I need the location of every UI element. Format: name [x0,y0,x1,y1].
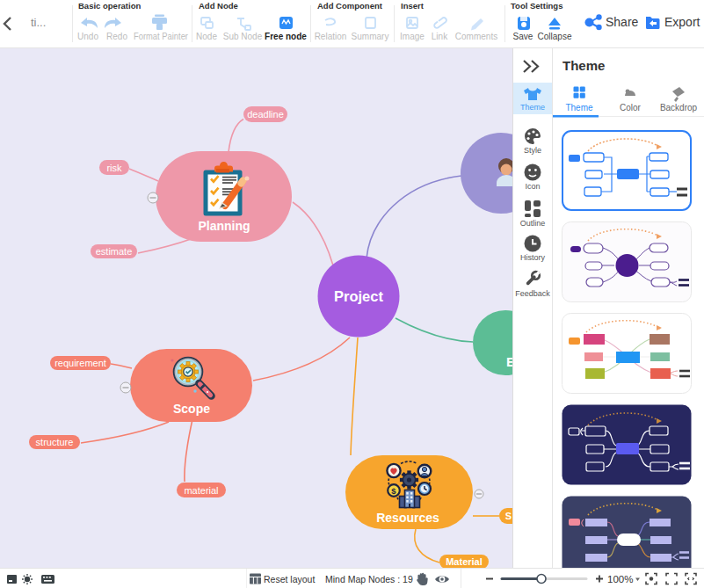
svg-text:$: $ [391,486,396,496]
svg-text:Comments: Comments [455,32,497,41]
svg-text:Resources: Resources [376,511,439,525]
svg-text:Mind Map Nodes : 19: Mind Map Nodes : 19 [325,574,413,584]
svg-text:History: History [520,253,546,262]
svg-text:Redo: Redo [106,32,127,41]
svg-text:Free node: Free node [265,32,307,41]
svg-text:Image: Image [400,32,425,41]
svg-text:material: material [184,485,218,496]
svg-text:Planning: Planning [198,219,250,233]
svg-text:Theme: Theme [562,58,605,73]
svg-text:100%: 100% [607,574,633,584]
svg-text:Icon: Icon [525,182,540,191]
svg-text:Node: Node [196,32,217,41]
svg-text:structure: structure [36,437,74,447]
svg-text:deadline: deadline [247,109,284,120]
svg-text:Feedback: Feedback [515,289,550,298]
svg-text:Add Component: Add Component [317,1,383,11]
svg-text:Project: Project [334,288,383,304]
svg-text:estimate: estimate [96,246,133,257]
svg-text:Color: Color [620,103,642,113]
svg-text:E: E [506,354,512,369]
svg-text:Collapse: Collapse [538,32,572,41]
svg-text:Undo: Undo [77,32,98,41]
svg-text:Insert: Insert [401,1,425,11]
svg-text:risk: risk [106,163,122,173]
svg-text:Theme: Theme [565,103,593,113]
svg-text:Share: Share [606,15,639,29]
svg-text:Tool Settings: Tool Settings [511,1,562,11]
svg-text:Outline: Outline [520,219,546,228]
svg-text:Add Node: Add Node [199,1,238,11]
svg-text:Reset layout: Reset layout [264,574,315,584]
svg-text:Backdrop: Backdrop [660,103,698,113]
svg-text:Scope: Scope [173,402,210,416]
svg-text:ti...: ti... [31,16,46,29]
svg-text:Save: Save [513,32,533,41]
svg-text:Link: Link [432,32,448,41]
svg-text:Format Painter: Format Painter [134,32,189,41]
svg-text:Basic operation: Basic operation [78,1,141,11]
svg-text:Style: Style [524,146,541,155]
svg-text:requirement: requirement [54,358,106,368]
svg-text:Theme: Theme [520,103,545,112]
svg-text:Sub Node: Sub Node [223,32,263,41]
svg-text:Relation: Relation [315,32,347,41]
svg-text:Export: Export [664,15,700,29]
svg-text:S: S [505,511,512,521]
svg-text:Material: Material [446,556,483,567]
svg-text:Summary: Summary [352,32,389,41]
